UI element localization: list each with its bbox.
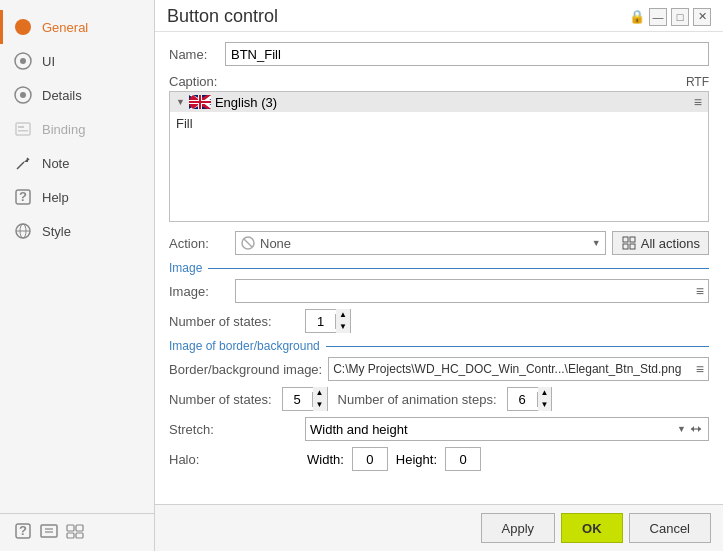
sidebar-item-binding[interactable]: Binding	[0, 112, 154, 146]
cancel-button[interactable]: Cancel	[629, 513, 711, 543]
border-states-up[interactable]: ▲	[313, 387, 327, 399]
image-states-up[interactable]: ▲	[336, 309, 350, 321]
caption-label: Caption:	[169, 74, 217, 89]
rtf-label: RTF	[686, 75, 709, 89]
sidebar-item-label-details: Details	[42, 88, 82, 103]
apply-button[interactable]: Apply	[481, 513, 556, 543]
content-area: Name: Caption: RTF ▼	[155, 32, 723, 504]
window-controls: 🔒 — □ ✕	[629, 8, 711, 26]
ok-button[interactable]: OK	[561, 513, 623, 543]
anim-spinner: 6 ▲ ▼	[507, 387, 553, 411]
info-bottom-icon[interactable]	[40, 522, 58, 543]
all-actions-label: All actions	[641, 236, 700, 251]
svg-rect-24	[67, 533, 74, 538]
help-icon: ?	[14, 188, 32, 206]
border-states-label: Number of states:	[169, 392, 272, 407]
stretch-row: Stretch: Width and height ▼	[169, 417, 709, 441]
image-states-down[interactable]: ▼	[336, 321, 350, 333]
anim-value: 6	[508, 392, 538, 407]
svg-rect-37	[623, 237, 628, 242]
halo-label: Halo:	[169, 452, 299, 467]
stretch-select[interactable]: Width and height ▼	[305, 417, 709, 441]
svg-rect-38	[630, 237, 635, 242]
no-icon	[240, 235, 256, 251]
caption-menu-icon[interactable]: ≡	[694, 94, 702, 110]
close-button[interactable]: ✕	[693, 8, 711, 26]
svg-rect-23	[76, 525, 83, 531]
lang-chevron[interactable]: ▼	[176, 97, 185, 107]
border-states-down[interactable]: ▼	[313, 399, 327, 411]
border-image-label: Border/background image:	[169, 362, 322, 377]
action-chevron: ▼	[592, 238, 601, 248]
svg-rect-22	[67, 525, 74, 531]
halo-width-input[interactable]	[352, 447, 388, 471]
svg-rect-39	[623, 244, 628, 249]
image-states-value: 1	[306, 314, 336, 329]
image-row: Image: ≡	[169, 279, 709, 303]
border-image-input[interactable]: C:\My Projects\WD_HC_DOC_Win_Contr...\El…	[328, 357, 709, 381]
all-actions-button[interactable]: All actions	[612, 231, 709, 255]
lock-icon: 🔒	[629, 9, 645, 24]
anim-down[interactable]: ▼	[538, 399, 552, 411]
image-states-spinner: 1 ▲ ▼	[305, 309, 351, 333]
caption-lang-text: English (3)	[215, 95, 277, 110]
sidebar-item-label-note: Note	[42, 156, 69, 171]
action-select-value: None	[240, 235, 291, 251]
caption-textarea[interactable]: Fill	[169, 112, 709, 222]
sidebar-item-label-ui: UI	[42, 54, 55, 69]
gallery-bottom-icon[interactable]	[66, 522, 84, 543]
halo-height-input[interactable]	[445, 447, 481, 471]
title-bar: Button control 🔒 — □ ✕	[155, 0, 723, 32]
anim-spinner-btns: ▲ ▼	[538, 387, 552, 411]
svg-rect-7	[18, 126, 24, 128]
svg-rect-34	[189, 101, 211, 103]
border-image-value: C:\My Projects\WD_HC_DOC_Win_Contr...\El…	[333, 362, 681, 376]
action-label: Action:	[169, 236, 229, 251]
svg-line-9	[17, 162, 24, 169]
name-input[interactable]	[225, 42, 709, 66]
stretch-value: Width and height	[310, 422, 408, 437]
binding-icon	[14, 120, 32, 138]
image-states-label: Number of states:	[169, 314, 299, 329]
stretch-arrows-icon	[688, 421, 704, 437]
action-row: Action: None ▼ All action	[169, 231, 709, 255]
note-icon	[14, 154, 32, 172]
svg-rect-6	[16, 123, 30, 135]
border-states-spinner-btns: ▲ ▼	[313, 387, 327, 411]
image-states-row: Number of states: 1 ▲ ▼	[169, 309, 709, 333]
name-label: Name:	[169, 47, 219, 62]
sidebar-item-label-help: Help	[42, 190, 69, 205]
border-image-row: Border/background image: C:\My Projects\…	[169, 357, 709, 381]
sidebar-item-label-binding: Binding	[42, 122, 85, 137]
svg-point-5	[20, 92, 26, 98]
image-input[interactable]: ≡	[235, 279, 709, 303]
dialog-title: Button control	[167, 6, 278, 27]
maximize-button[interactable]: □	[671, 8, 689, 26]
minimize-button[interactable]: —	[649, 8, 667, 26]
image-menu-icon[interactable]: ≡	[696, 283, 704, 299]
halo-row: Halo: Width: Height:	[169, 447, 709, 471]
border-states-value: 5	[283, 392, 313, 407]
image-section-label: Image	[169, 261, 709, 275]
sidebar: General UI Details Binding	[0, 0, 155, 551]
anim-label: Number of animation steps:	[338, 392, 497, 407]
stretch-label: Stretch:	[169, 422, 299, 437]
help-bottom-icon[interactable]: ?	[14, 522, 32, 543]
sidebar-item-details[interactable]: Details	[0, 78, 154, 112]
border-states-anim-row: Number of states: 5 ▲ ▼ Number of animat…	[169, 387, 709, 411]
main-panel: Button control 🔒 — □ ✕ Name: Caption: RT…	[155, 0, 723, 551]
svg-text:?: ?	[19, 523, 27, 538]
caption-lang-left: ▼ English (3)	[176, 95, 277, 110]
flag-icon	[189, 95, 211, 109]
sidebar-item-ui[interactable]: UI	[0, 44, 154, 78]
border-image-menu-icon[interactable]: ≡	[696, 361, 704, 377]
sidebar-item-note[interactable]: Note	[0, 146, 154, 180]
border-section-label: Image of border/background	[169, 339, 709, 353]
action-select[interactable]: None ▼	[235, 231, 606, 255]
anim-up[interactable]: ▲	[538, 387, 552, 399]
ui-icon	[14, 52, 32, 70]
sidebar-item-style[interactable]: Style	[0, 214, 154, 248]
sidebar-item-general[interactable]: General	[0, 10, 154, 44]
sidebar-item-help[interactable]: ? Help	[0, 180, 154, 214]
style-icon	[14, 222, 32, 240]
